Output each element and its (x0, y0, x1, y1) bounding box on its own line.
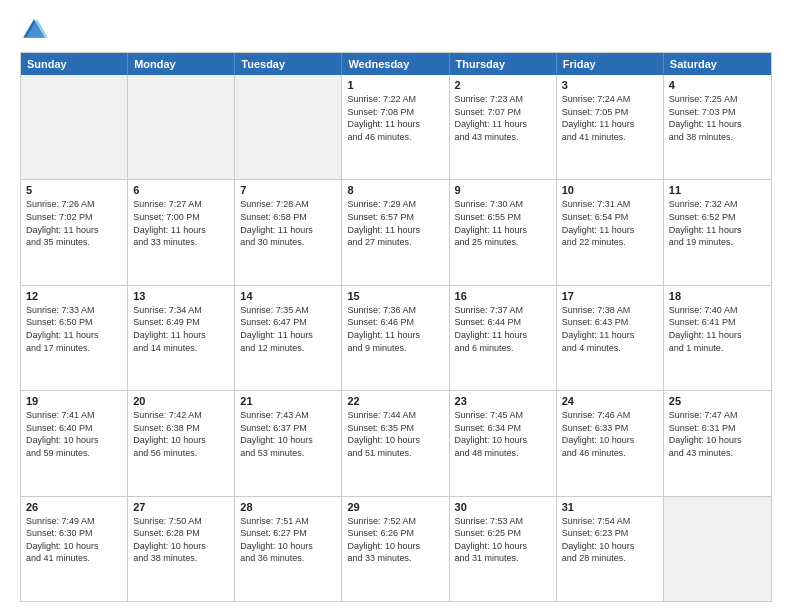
header-day-monday: Monday (128, 53, 235, 75)
day-number: 15 (347, 290, 443, 302)
cell-detail: Sunrise: 7:54 AM Sunset: 6:23 PM Dayligh… (562, 515, 658, 565)
day-number: 30 (455, 501, 551, 513)
cell-detail: Sunrise: 7:37 AM Sunset: 6:44 PM Dayligh… (455, 304, 551, 354)
calendar-cell: 1Sunrise: 7:22 AM Sunset: 7:08 PM Daylig… (342, 75, 449, 179)
day-number: 19 (26, 395, 122, 407)
day-number: 26 (26, 501, 122, 513)
calendar-cell: 19Sunrise: 7:41 AM Sunset: 6:40 PM Dayli… (21, 391, 128, 495)
cell-detail: Sunrise: 7:33 AM Sunset: 6:50 PM Dayligh… (26, 304, 122, 354)
cell-detail: Sunrise: 7:26 AM Sunset: 7:02 PM Dayligh… (26, 198, 122, 248)
calendar-cell: 27Sunrise: 7:50 AM Sunset: 6:28 PM Dayli… (128, 497, 235, 601)
calendar-cell: 20Sunrise: 7:42 AM Sunset: 6:38 PM Dayli… (128, 391, 235, 495)
day-number: 18 (669, 290, 766, 302)
calendar-cell: 14Sunrise: 7:35 AM Sunset: 6:47 PM Dayli… (235, 286, 342, 390)
day-number: 14 (240, 290, 336, 302)
day-number: 5 (26, 184, 122, 196)
cell-detail: Sunrise: 7:51 AM Sunset: 6:27 PM Dayligh… (240, 515, 336, 565)
calendar-cell: 9Sunrise: 7:30 AM Sunset: 6:55 PM Daylig… (450, 180, 557, 284)
header-day-thursday: Thursday (450, 53, 557, 75)
day-number: 23 (455, 395, 551, 407)
day-number: 6 (133, 184, 229, 196)
calendar-cell: 10Sunrise: 7:31 AM Sunset: 6:54 PM Dayli… (557, 180, 664, 284)
calendar-cell: 15Sunrise: 7:36 AM Sunset: 6:46 PM Dayli… (342, 286, 449, 390)
calendar-cell: 23Sunrise: 7:45 AM Sunset: 6:34 PM Dayli… (450, 391, 557, 495)
day-number: 8 (347, 184, 443, 196)
calendar-row-4: 26Sunrise: 7:49 AM Sunset: 6:30 PM Dayli… (21, 496, 771, 601)
cell-detail: Sunrise: 7:29 AM Sunset: 6:57 PM Dayligh… (347, 198, 443, 248)
day-number: 25 (669, 395, 766, 407)
calendar-cell: 2Sunrise: 7:23 AM Sunset: 7:07 PM Daylig… (450, 75, 557, 179)
cell-detail: Sunrise: 7:50 AM Sunset: 6:28 PM Dayligh… (133, 515, 229, 565)
day-number: 7 (240, 184, 336, 196)
cell-detail: Sunrise: 7:22 AM Sunset: 7:08 PM Dayligh… (347, 93, 443, 143)
day-number: 4 (669, 79, 766, 91)
calendar-cell: 8Sunrise: 7:29 AM Sunset: 6:57 PM Daylig… (342, 180, 449, 284)
cell-detail: Sunrise: 7:38 AM Sunset: 6:43 PM Dayligh… (562, 304, 658, 354)
logo (20, 16, 52, 44)
calendar-cell (664, 497, 771, 601)
logo-icon (20, 16, 48, 44)
header-day-saturday: Saturday (664, 53, 771, 75)
calendar-cell: 7Sunrise: 7:28 AM Sunset: 6:58 PM Daylig… (235, 180, 342, 284)
day-number: 28 (240, 501, 336, 513)
calendar-cell: 5Sunrise: 7:26 AM Sunset: 7:02 PM Daylig… (21, 180, 128, 284)
cell-detail: Sunrise: 7:23 AM Sunset: 7:07 PM Dayligh… (455, 93, 551, 143)
cell-detail: Sunrise: 7:28 AM Sunset: 6:58 PM Dayligh… (240, 198, 336, 248)
cell-detail: Sunrise: 7:30 AM Sunset: 6:55 PM Dayligh… (455, 198, 551, 248)
day-number: 17 (562, 290, 658, 302)
day-number: 16 (455, 290, 551, 302)
cell-detail: Sunrise: 7:34 AM Sunset: 6:49 PM Dayligh… (133, 304, 229, 354)
day-number: 2 (455, 79, 551, 91)
calendar-cell: 26Sunrise: 7:49 AM Sunset: 6:30 PM Dayli… (21, 497, 128, 601)
day-number: 12 (26, 290, 122, 302)
calendar-cell: 18Sunrise: 7:40 AM Sunset: 6:41 PM Dayli… (664, 286, 771, 390)
day-number: 24 (562, 395, 658, 407)
cell-detail: Sunrise: 7:35 AM Sunset: 6:47 PM Dayligh… (240, 304, 336, 354)
day-number: 27 (133, 501, 229, 513)
header-day-tuesday: Tuesday (235, 53, 342, 75)
calendar-cell: 12Sunrise: 7:33 AM Sunset: 6:50 PM Dayli… (21, 286, 128, 390)
day-number: 3 (562, 79, 658, 91)
calendar-cell: 3Sunrise: 7:24 AM Sunset: 7:05 PM Daylig… (557, 75, 664, 179)
cell-detail: Sunrise: 7:36 AM Sunset: 6:46 PM Dayligh… (347, 304, 443, 354)
calendar-row-2: 12Sunrise: 7:33 AM Sunset: 6:50 PM Dayli… (21, 285, 771, 390)
cell-detail: Sunrise: 7:24 AM Sunset: 7:05 PM Dayligh… (562, 93, 658, 143)
header (20, 16, 772, 44)
cell-detail: Sunrise: 7:44 AM Sunset: 6:35 PM Dayligh… (347, 409, 443, 459)
calendar-cell: 11Sunrise: 7:32 AM Sunset: 6:52 PM Dayli… (664, 180, 771, 284)
calendar-row-1: 5Sunrise: 7:26 AM Sunset: 7:02 PM Daylig… (21, 179, 771, 284)
cell-detail: Sunrise: 7:25 AM Sunset: 7:03 PM Dayligh… (669, 93, 766, 143)
cell-detail: Sunrise: 7:43 AM Sunset: 6:37 PM Dayligh… (240, 409, 336, 459)
day-number: 31 (562, 501, 658, 513)
calendar-cell: 31Sunrise: 7:54 AM Sunset: 6:23 PM Dayli… (557, 497, 664, 601)
calendar-cell (128, 75, 235, 179)
cell-detail: Sunrise: 7:32 AM Sunset: 6:52 PM Dayligh… (669, 198, 766, 248)
cell-detail: Sunrise: 7:27 AM Sunset: 7:00 PM Dayligh… (133, 198, 229, 248)
calendar-row-3: 19Sunrise: 7:41 AM Sunset: 6:40 PM Dayli… (21, 390, 771, 495)
calendar-cell: 24Sunrise: 7:46 AM Sunset: 6:33 PM Dayli… (557, 391, 664, 495)
cell-detail: Sunrise: 7:46 AM Sunset: 6:33 PM Dayligh… (562, 409, 658, 459)
header-day-sunday: Sunday (21, 53, 128, 75)
calendar-cell: 29Sunrise: 7:52 AM Sunset: 6:26 PM Dayli… (342, 497, 449, 601)
calendar-cell: 13Sunrise: 7:34 AM Sunset: 6:49 PM Dayli… (128, 286, 235, 390)
day-number: 20 (133, 395, 229, 407)
cell-detail: Sunrise: 7:45 AM Sunset: 6:34 PM Dayligh… (455, 409, 551, 459)
calendar-header: SundayMondayTuesdayWednesdayThursdayFrid… (21, 53, 771, 75)
calendar-cell (21, 75, 128, 179)
calendar-cell: 22Sunrise: 7:44 AM Sunset: 6:35 PM Dayli… (342, 391, 449, 495)
calendar-cell: 30Sunrise: 7:53 AM Sunset: 6:25 PM Dayli… (450, 497, 557, 601)
day-number: 10 (562, 184, 658, 196)
calendar-row-0: 1Sunrise: 7:22 AM Sunset: 7:08 PM Daylig… (21, 75, 771, 179)
calendar-cell: 28Sunrise: 7:51 AM Sunset: 6:27 PM Dayli… (235, 497, 342, 601)
cell-detail: Sunrise: 7:42 AM Sunset: 6:38 PM Dayligh… (133, 409, 229, 459)
header-day-friday: Friday (557, 53, 664, 75)
day-number: 9 (455, 184, 551, 196)
calendar-cell: 17Sunrise: 7:38 AM Sunset: 6:43 PM Dayli… (557, 286, 664, 390)
day-number: 22 (347, 395, 443, 407)
calendar-cell: 25Sunrise: 7:47 AM Sunset: 6:31 PM Dayli… (664, 391, 771, 495)
cell-detail: Sunrise: 7:40 AM Sunset: 6:41 PM Dayligh… (669, 304, 766, 354)
day-number: 11 (669, 184, 766, 196)
day-number: 29 (347, 501, 443, 513)
calendar-cell: 16Sunrise: 7:37 AM Sunset: 6:44 PM Dayli… (450, 286, 557, 390)
header-day-wednesday: Wednesday (342, 53, 449, 75)
